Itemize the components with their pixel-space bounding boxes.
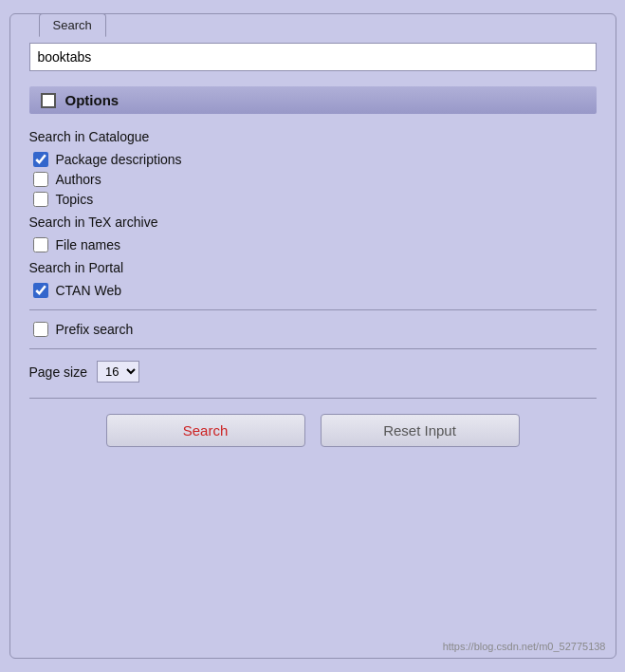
- file-names-label[interactable]: File names: [56, 237, 120, 252]
- tex-archive-section-label: Search in TeX archive: [29, 215, 597, 230]
- page-size-select[interactable]: 16 32 64: [97, 361, 139, 383]
- portal-section-label: Search in Portal: [29, 260, 597, 275]
- list-item: Authors: [29, 172, 597, 187]
- portal-checkboxes: CTAN Web: [29, 283, 597, 298]
- options-header[interactable]: Options: [29, 86, 597, 114]
- list-item: Prefix search: [29, 322, 597, 337]
- list-item: File names: [29, 237, 597, 252]
- page-size-label: Page size: [29, 364, 87, 380]
- prefix-search-label[interactable]: Prefix search: [56, 322, 134, 337]
- page-size-section: Page size 16 32 64: [29, 361, 597, 383]
- tab-search[interactable]: Search: [39, 13, 106, 37]
- authors-checkbox[interactable]: [33, 172, 48, 187]
- list-item: CTAN Web: [29, 283, 597, 298]
- authors-label[interactable]: Authors: [56, 172, 101, 187]
- list-item: Package descriptions: [29, 152, 597, 167]
- file-names-checkbox[interactable]: [33, 237, 48, 252]
- search-input-container: [29, 43, 597, 71]
- options-toggle-icon: [41, 93, 56, 108]
- topics-label[interactable]: Topics: [56, 192, 94, 207]
- topics-checkbox[interactable]: [33, 192, 48, 207]
- url-watermark: https://blog.csdn.net/m0_52775138: [443, 641, 606, 652]
- options-label: Options: [65, 92, 119, 108]
- catalogue-checkboxes: Package descriptions Authors Topics: [29, 152, 597, 207]
- prefix-search-checkbox[interactable]: [33, 322, 48, 337]
- button-row: Search Reset Input: [29, 414, 597, 447]
- divider-1: [29, 309, 597, 310]
- search-button[interactable]: Search: [106, 414, 305, 447]
- divider-2: [29, 348, 597, 349]
- divider-3: [29, 398, 597, 399]
- list-item: Topics: [29, 192, 597, 207]
- reset-button[interactable]: Reset Input: [321, 414, 520, 447]
- pkg-desc-label[interactable]: Package descriptions: [56, 152, 182, 167]
- catalogue-section-label: Search in Catalogue: [29, 129, 597, 144]
- search-input[interactable]: [29, 43, 597, 71]
- tex-archive-checkboxes: File names: [29, 237, 597, 252]
- prefix-section: Prefix search: [29, 322, 597, 337]
- ctan-web-label[interactable]: CTAN Web: [56, 283, 122, 298]
- ctan-web-checkbox[interactable]: [33, 283, 48, 298]
- pkg-desc-checkbox[interactable]: [33, 152, 48, 167]
- search-panel: Search Options Search in Catalogue Packa…: [9, 13, 616, 659]
